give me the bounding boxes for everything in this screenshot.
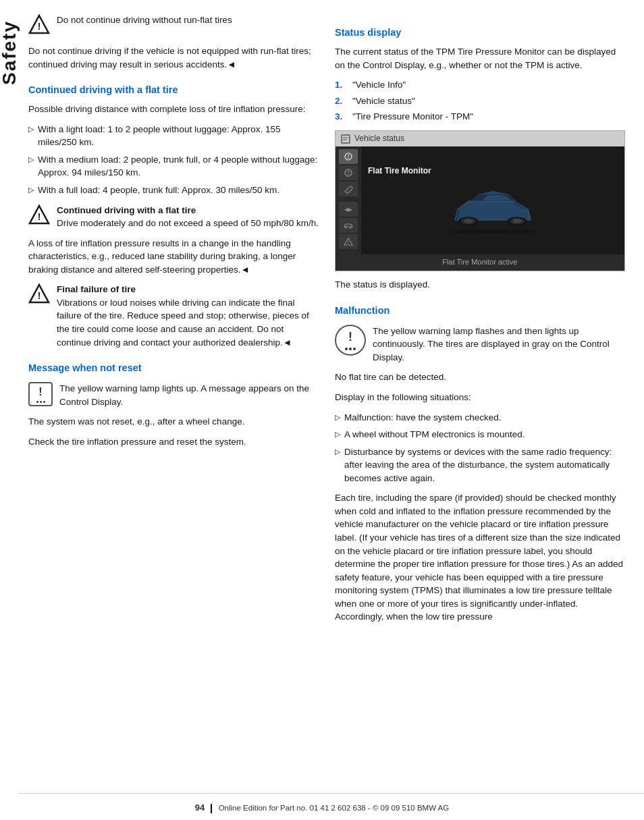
warning-inline-2-title: Final failure of tire: [57, 284, 136, 294]
vs-footer-text: Flat Tire Monitor active: [442, 258, 517, 266]
vs-body: ◂▸: [336, 146, 624, 254]
status-display-intro: The current status of the TPM Tire Press…: [335, 45, 625, 72]
bullet-arrow-icon: ▷: [335, 412, 340, 423]
section2-paragraph2: The system was not reset, e.g., after a …: [28, 415, 319, 429]
list-item: ▷ With a full load: 4 people, trunk full…: [28, 184, 319, 197]
svg-rect-6: [342, 135, 350, 143]
status-numbered-list: 1. "Vehicle Info" 2. "Vehicle status" 3.…: [335, 78, 625, 124]
vs-header: Vehicle status: [336, 131, 624, 146]
left-column: ! Do not continue driving without run-fl…: [28, 13, 319, 780]
vs-tab-label: Flat Tire Monitor: [368, 165, 431, 177]
list-item: ▷ Disturbance by systems or devices with…: [335, 445, 625, 485]
message-not-reset-body: The yellow warning lamp lights up. A mes…: [59, 383, 309, 407]
svg-point-17: [350, 227, 352, 229]
vs-menu: ◂▸: [336, 146, 361, 254]
malf-bullet-1: Malfunction: have the system checked.: [344, 411, 502, 425]
vehicle-status-box: Vehicle status: [335, 130, 625, 271]
malfunction-paragraph3: Each tire, including the spare (if provi…: [335, 491, 625, 624]
malf-bullet-3: Disturbance by systems or devices with t…: [344, 445, 625, 485]
bullet-arrow-icon: ▷: [28, 185, 34, 196]
top-warning-paragraph: Do not continue driving if the vehicle i…: [28, 45, 319, 71]
svg-text:!: !: [38, 211, 41, 222]
message-not-reset-block: ! The yellow warning lamp lights up. A m…: [28, 382, 319, 408]
bullet-text: With a light load: 1 to 2 people without…: [38, 123, 319, 149]
warning-inline-1: ! Continued driving with a flat tire Dri…: [28, 204, 319, 230]
vs-content: Flat Tire Monitor: [361, 146, 624, 254]
sidebar-safety: Safety: [0, 0, 19, 820]
svg-text:!: !: [38, 21, 41, 32]
malfunction-heading: Malfunction: [335, 304, 625, 318]
top-warning-text: Do not continue driving without run-flat…: [57, 13, 232, 27]
vs-menu-item-3: [339, 182, 358, 196]
warning-inline-1-body: Drive moderately and do not exceed a spe…: [57, 218, 319, 228]
list-item: 1. "Vehicle Info": [335, 78, 625, 92]
svg-point-16: [345, 227, 347, 229]
bullet-arrow-icon: ▷: [28, 155, 34, 165]
sidebar-text: Safety: [0, 20, 23, 85]
malfunction-paragraph2: Display in the following situations:: [335, 391, 625, 404]
list-item: ▷ A wheel without TPM electronics is mou…: [335, 428, 625, 441]
top-warning-box: ! Do not continue driving without run-fl…: [28, 13, 319, 35]
section1-paragraph1: A loss of tire inflation pressure result…: [28, 237, 319, 277]
svg-point-14: [348, 173, 349, 175]
status-displayed-text: The status is displayed.: [335, 278, 625, 292]
warning-triangle-icon-3: !: [28, 283, 50, 308]
svg-text:!: !: [348, 240, 349, 245]
warning-inline-2-text: Final failure of tire Vibrations or loud…: [57, 283, 319, 349]
vehicle-status-icon: [341, 134, 350, 144]
warning-inline-2-body: Vibrations or loud noises while driving …: [57, 298, 309, 348]
right-column: Status display The current status of the…: [335, 13, 625, 780]
section2-heading: Message when not reset: [28, 361, 319, 375]
list-item: 2. "Vehicle status": [335, 94, 625, 108]
list-item: ▷ Malfunction: have the system checked.: [335, 411, 625, 425]
malf-bullet-2: A wheel without TPM electronics is mount…: [344, 428, 525, 441]
footer-divider: [211, 804, 212, 813]
message-icon: !: [28, 382, 53, 406]
list-item: 3. "Tire Pressure Monitor - TPM": [335, 110, 625, 124]
list-item: ▷ With a medium load: 2 people, trunk fu…: [28, 153, 319, 180]
vs-header-text: Vehicle status: [354, 133, 404, 144]
num-item-2: "Vehicle status": [352, 94, 415, 108]
malfunction-body: The yellow warning lamp flashes and then…: [373, 326, 610, 362]
malfunction-paragraph1: No flat tire can be detected.: [335, 371, 625, 384]
svg-text:!: !: [38, 290, 41, 301]
list-item: ▷ With a light load: 1 to 2 people witho…: [28, 123, 319, 149]
footer-copyright: Online Edition for Part no. 01 41 2 602 …: [219, 804, 450, 812]
vs-menu-item-4: ◂▸: [339, 202, 358, 217]
svg-point-26: [464, 219, 473, 223]
page-number: 94: [195, 802, 205, 813]
status-display-heading: Status display: [335, 26, 625, 40]
warning-triangle-icon-2: !: [28, 204, 50, 229]
section1-intro: Possible driving distance with complete …: [28, 103, 319, 116]
num-item-3: "Tire Pressure Monitor - TPM": [352, 110, 473, 124]
svg-point-11: [348, 157, 349, 159]
num-item-1: "Vehicle Info": [352, 78, 406, 92]
warning-inline-1-title: Continued driving with a flat tire: [57, 205, 196, 215]
bullet-arrow-icon: ▷: [335, 429, 340, 440]
malfunction-icon: !: [335, 325, 366, 356]
vs-menu-item-2: [339, 165, 358, 180]
malfunction-block: ! The yellow warning lamp flashes and th…: [335, 325, 625, 364]
warning-triangle-icon: !: [28, 13, 50, 35]
vs-menu-item-6: !: [339, 234, 358, 249]
vs-menu-item-5: [339, 218, 358, 233]
vs-footer: Flat Tire Monitor active: [336, 254, 624, 271]
section1-bullets: ▷ With a light load: 1 to 2 people witho…: [28, 123, 319, 197]
svg-point-23: [513, 219, 522, 223]
page-container: Safety ! Do not continue driving without…: [0, 0, 644, 820]
main-content: ! Do not continue driving without run-fl…: [22, 0, 644, 780]
section2-paragraph3: Check the tire inflation pressure and re…: [28, 435, 319, 449]
bullet-text: With a full load: 4 people, trunk full: …: [38, 184, 279, 197]
malfunction-bullets: ▷ Malfunction: have the system checked. …: [335, 411, 625, 485]
bullet-arrow-icon: ▷: [28, 124, 34, 135]
page-footer: 94 Online Edition for Part no. 01 41 2 6…: [0, 793, 644, 820]
bullet-text: With a medium load: 2 people, trunk full…: [38, 153, 319, 180]
section1-heading: Continued driving with a flat tire: [28, 83, 319, 97]
svg-text:◂▸: ◂▸: [344, 204, 352, 214]
message-not-reset-text: The yellow warning lamp lights up. A mes…: [59, 382, 319, 408]
car-illustration-svg: [439, 182, 547, 236]
warning-inline-1-text: Continued driving with a flat tire Drive…: [57, 204, 319, 230]
svg-point-20: [450, 229, 536, 235]
malfunction-text: The yellow warning lamp flashes and then…: [373, 325, 625, 364]
vs-menu-item-1: [339, 149, 358, 164]
